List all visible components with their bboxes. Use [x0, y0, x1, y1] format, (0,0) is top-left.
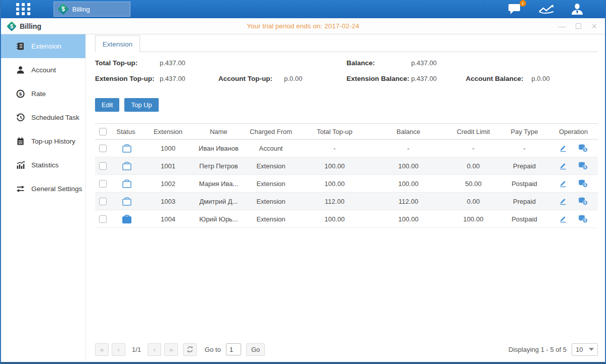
sidebar-item-scheduled-task[interactable]: Scheduled Task	[1, 106, 85, 129]
window-title: Billing	[20, 22, 41, 30]
statistics-chart-icon[interactable]	[538, 4, 554, 15]
row-checkbox[interactable]	[99, 215, 107, 223]
messages-icon[interactable]: !	[508, 3, 522, 15]
window-titlebar: Your trial period ends on: 2017-02-24 $ …	[1, 18, 605, 34]
refresh-icon	[187, 346, 194, 353]
sidebar-item-account[interactable]: Account	[1, 58, 85, 82]
trial-notice: Your trial period ends on: 2017-02-24	[1, 22, 605, 30]
taskbar: $ Billing !	[1, 0, 605, 18]
close-button[interactable]: ×	[591, 22, 597, 31]
last-page-button[interactable]: »	[164, 343, 178, 356]
sidebar-item-rate[interactable]: $ Rate	[1, 82, 85, 106]
prev-page-button[interactable]: ‹	[112, 343, 125, 356]
extension-balance-label: Extension Balance:	[347, 75, 411, 82]
cell-credit-limit: -	[447, 145, 500, 152]
header-extension: Extension	[142, 128, 195, 135]
topup-icon[interactable]: $	[578, 144, 588, 152]
cell-balance: -	[370, 145, 447, 152]
sidebar-label-rate: Rate	[31, 90, 46, 98]
extension-topup-label: Extension Top-up:	[95, 75, 160, 82]
extension-balance-value: p.437.00	[411, 75, 466, 82]
cell-balance: 112.00	[370, 198, 447, 205]
goto-label: Go to	[205, 346, 221, 353]
chevron-down-icon	[589, 348, 594, 351]
next-page-button[interactable]: ›	[148, 343, 161, 356]
topup-icon[interactable]: $	[578, 162, 588, 170]
refresh-button[interactable]	[183, 343, 197, 356]
cell-name: Юрий Юрь...	[195, 215, 243, 223]
go-button[interactable]: Go	[246, 343, 265, 356]
sidebar-item-statistics[interactable]: Statistics	[1, 153, 85, 177]
first-page-button[interactable]: «	[95, 343, 109, 356]
cell-total-topup: 100.00	[299, 162, 370, 170]
edit-icon[interactable]	[559, 197, 567, 205]
status-lock-icon	[122, 215, 129, 223]
select-all-checkbox[interactable]	[99, 128, 107, 135]
cell-charged-from: Extension	[243, 180, 299, 188]
cell-extension: 1004	[142, 215, 195, 223]
cell-name: Мария Ива...	[195, 180, 243, 188]
tab-extension[interactable]: Extension	[95, 35, 140, 52]
cell-extension: 1001	[142, 162, 195, 170]
cell-charged-from: Extension	[243, 215, 299, 223]
history-clock-icon	[16, 113, 25, 122]
sidebar-item-topup-history[interactable]: Top-up History	[1, 129, 85, 153]
table-row: 1002 Мария Ива... Extension 100.00 100.0…	[95, 175, 598, 193]
sidebar-item-general-settings[interactable]: General Settings	[1, 177, 85, 201]
cell-pay-type: Prepaid	[500, 198, 549, 205]
apps-grid-icon[interactable]	[15, 3, 32, 16]
table-header-row: Status Extension Name Charged From Total…	[95, 123, 598, 140]
account-topup-value: p.0.00	[284, 75, 339, 82]
sidebar-label-extension: Extension	[31, 42, 61, 50]
status-lock-icon	[122, 197, 129, 206]
topup-icon[interactable]: $	[578, 215, 588, 223]
row-checkbox[interactable]	[99, 198, 107, 205]
row-checkbox[interactable]	[99, 145, 107, 152]
edit-icon[interactable]	[559, 144, 567, 152]
svg-text:$: $	[19, 91, 22, 97]
cell-credit-limit: 0.00	[447, 162, 500, 170]
cell-total-topup: 100.00	[299, 215, 370, 223]
person-icon	[16, 66, 25, 74]
cell-name: Дмитрий Д...	[195, 198, 243, 205]
dollar-circle-icon: $	[16, 89, 25, 98]
table-row: 1001 Петр Петров Extension 100.00 100.00…	[95, 157, 598, 175]
page-size-select[interactable]: 10	[572, 343, 598, 356]
cell-pay-type: -	[500, 145, 549, 152]
row-checkbox[interactable]	[99, 162, 107, 170]
billing-app-icon: $	[7, 22, 16, 31]
user-account-icon[interactable]	[571, 3, 584, 15]
table-row: 1004 Юрий Юрь... Extension 100.00 100.00…	[95, 210, 598, 228]
header-charged-from: Charged From	[243, 128, 299, 135]
edit-icon[interactable]	[559, 179, 567, 188]
svg-text:$: $	[584, 148, 586, 152]
taskbar-tab-label: Billing	[72, 6, 90, 13]
topup-icon[interactable]: $	[578, 197, 588, 205]
balance-value: p.437.00	[411, 59, 466, 67]
header-balance: Balance	[370, 128, 447, 135]
cell-total-topup: 112.00	[299, 198, 370, 205]
edit-button[interactable]: Edit	[95, 98, 119, 112]
total-topup-value: p.437.00	[160, 59, 214, 67]
goto-page-input[interactable]	[226, 343, 241, 355]
cell-credit-limit: 50.00	[447, 180, 500, 188]
topup-icon[interactable]: $	[578, 179, 588, 188]
extensions-table: Status Extension Name Charged From Total…	[95, 123, 598, 228]
notification-badge: !	[520, 0, 526, 7]
status-lock-icon	[122, 144, 129, 153]
cell-total-topup: -	[299, 145, 370, 152]
top-up-button[interactable]: Top Up	[124, 98, 158, 112]
edit-icon[interactable]	[559, 215, 567, 223]
cell-pay-type: Postpaid	[500, 215, 549, 223]
taskbar-tab-billing[interactable]: $ Billing	[54, 2, 130, 17]
sidebar-item-extension[interactable]: Extension	[1, 34, 85, 58]
minimize-button[interactable]: —	[558, 22, 566, 30]
maximize-button[interactable]	[576, 23, 581, 29]
svg-text:$: $	[584, 165, 586, 169]
status-lock-icon	[122, 179, 129, 188]
displaying-text: Displaying 1 - 5 of 5	[508, 346, 567, 353]
row-checkbox[interactable]	[99, 180, 107, 188]
edit-icon[interactable]	[559, 162, 567, 170]
ledger-icon	[16, 42, 25, 51]
table-row: 1000 Иван Иванов Account - - - - $	[95, 140, 598, 157]
